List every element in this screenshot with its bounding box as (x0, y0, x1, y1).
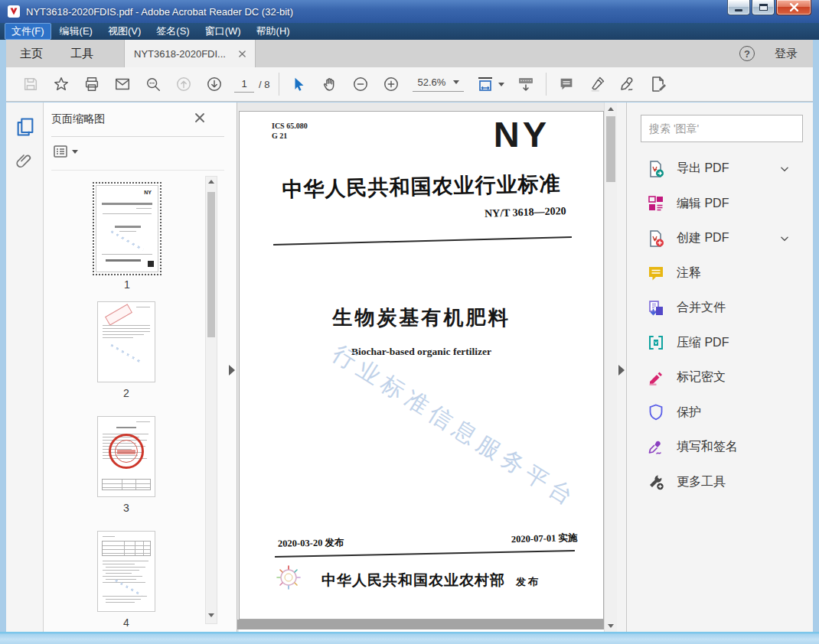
comment-icon (647, 264, 665, 282)
menu-view[interactable]: 视图(V) (101, 23, 148, 40)
stamp-page-icon (649, 75, 667, 93)
thumbnail-page-3[interactable] (97, 416, 155, 497)
document-title-en: Biochar-based organic fertilizer (240, 346, 603, 358)
minimize-button[interactable] (727, 0, 750, 15)
tab-close-icon[interactable] (239, 50, 246, 57)
acrobat-app-icon (8, 5, 20, 18)
divider (275, 550, 575, 558)
menu-help[interactable]: 帮助(H) (250, 23, 297, 40)
highlight-button[interactable] (582, 71, 612, 97)
scroll-down-icon[interactable] (608, 624, 614, 628)
zoom-level-dropdown[interactable]: 52.6% (413, 76, 464, 92)
scroll-up-icon[interactable] (608, 107, 614, 111)
redact-icon (647, 369, 665, 387)
hand-icon (321, 76, 338, 93)
tab-document[interactable]: NYT3618-2020FDI... (124, 40, 256, 67)
chevron-down-icon (453, 80, 459, 84)
title-bar: NYT3618-2020FDIS.pdf - Adobe Acrobat Rea… (0, 0, 819, 23)
thumbnail-page-2[interactable] (97, 301, 155, 382)
page-gap (237, 620, 604, 629)
maximize-icon (759, 4, 768, 11)
publish-label: 发布 (516, 576, 540, 587)
select-tool-button[interactable] (284, 71, 315, 97)
compress-pdf-icon (647, 333, 665, 352)
divider (51, 170, 224, 171)
thumbnail-page-number: 1 (93, 278, 162, 291)
menu-sign[interactable]: 签名(S) (149, 23, 196, 40)
help-icon[interactable]: ? (739, 46, 755, 61)
divider (273, 236, 572, 246)
tool-comment[interactable]: 注释 (627, 256, 813, 291)
fill-sign-button[interactable] (643, 71, 674, 97)
menu-edit[interactable]: 编辑(E) (53, 23, 100, 40)
signin-link[interactable]: 登录 (775, 47, 798, 61)
tool-combine-files[interactable]: 合并文件 (627, 291, 813, 326)
next-page-button[interactable] (199, 71, 230, 97)
ics-block: ICS 65.080 G 21 (272, 121, 308, 141)
protect-shield-icon (647, 403, 665, 421)
menu-window[interactable]: 窗口(W) (198, 23, 248, 40)
search-icon (145, 76, 162, 93)
tools-search-input[interactable] (641, 115, 803, 142)
search-button[interactable] (138, 71, 168, 97)
combine-files-icon (647, 299, 665, 317)
close-button[interactable] (776, 0, 811, 15)
hand-tool-button[interactable] (315, 71, 345, 97)
zoom-in-button[interactable] (376, 71, 406, 97)
scrollbar-thumb[interactable] (606, 116, 615, 182)
tool-create-pdf[interactable]: 创建 PDF (627, 221, 813, 256)
attachments-paperclip-icon[interactable] (15, 151, 33, 170)
thumbnail-page-number: 3 (97, 502, 155, 514)
star-icon (53, 76, 70, 93)
tool-compress-pdf[interactable]: 压缩 PDF (627, 326, 813, 361)
menu-file[interactable]: 文件(F) (5, 23, 51, 40)
tool-more-tools[interactable]: 更多工具 (627, 465, 813, 500)
save-button[interactable] (15, 71, 46, 97)
pdf-page-1: ICS 65.080 G 21 NY 中华人民共和国农业行业标准 NY/T 36… (239, 111, 604, 620)
scroll-down-icon[interactable] (208, 613, 214, 617)
page-thumbnails-icon[interactable] (15, 116, 36, 138)
reading-mode-button[interactable] (511, 71, 541, 97)
close-icon (790, 3, 798, 11)
thumbnail-options-button[interactable] (53, 144, 78, 159)
collapse-tools-handle[interactable] (618, 365, 625, 376)
tool-protect[interactable]: 保护 (627, 395, 813, 431)
favorite-button[interactable] (46, 71, 77, 97)
tab-tools[interactable]: 工具 (57, 40, 107, 67)
window-controls (727, 0, 811, 15)
chevron-down-icon (498, 83, 504, 86)
scroll-up-icon[interactable] (208, 180, 214, 184)
print-button[interactable] (77, 71, 107, 97)
thumbnails-scrollbar[interactable] (205, 176, 217, 624)
comment-button[interactable] (551, 71, 582, 97)
tool-redact[interactable]: 标记密文 (627, 360, 813, 395)
toolbar-separator (279, 73, 279, 96)
pointer-icon (291, 76, 308, 93)
reading-mode-icon (517, 75, 535, 93)
tab-document-label: NYT3618-2020FDI... (134, 48, 226, 60)
sign-button[interactable] (612, 71, 643, 97)
zoom-out-button[interactable] (345, 71, 376, 97)
collapse-panel-handle[interactable] (229, 365, 235, 376)
tab-home[interactable]: 主页 (6, 40, 57, 67)
panel-close-icon[interactable] (194, 112, 206, 124)
thumbnail-page-4[interactable] (97, 531, 155, 612)
chevron-down-icon (779, 233, 790, 244)
email-button[interactable] (107, 71, 138, 97)
tool-export-pdf[interactable]: 导出 PDF (627, 151, 813, 187)
page-number-input[interactable] (234, 76, 254, 93)
scrollbar-thumb[interactable] (207, 192, 215, 337)
thumbnail-page-number: 2 (97, 387, 155, 399)
tools-list: 导出 PDF 编辑 PDF 创建 PDF (627, 151, 813, 499)
document-scrollbar[interactable] (604, 102, 617, 632)
document-title-cn: 生物炭基有机肥料 (240, 304, 603, 331)
tool-edit-pdf[interactable]: 编辑 PDF (627, 187, 813, 222)
thumbnails-panel: 页面缩略图 NY 1 (44, 102, 237, 632)
thumbnail-page-1[interactable]: NY (93, 182, 162, 275)
tool-fill-sign[interactable]: 填写和签名 (627, 430, 813, 465)
fit-width-dropdown[interactable] (476, 75, 504, 93)
navigation-strip (6, 102, 44, 632)
previous-page-button[interactable] (168, 71, 199, 97)
highlighter-icon (589, 76, 605, 93)
maximize-button[interactable] (752, 0, 775, 15)
